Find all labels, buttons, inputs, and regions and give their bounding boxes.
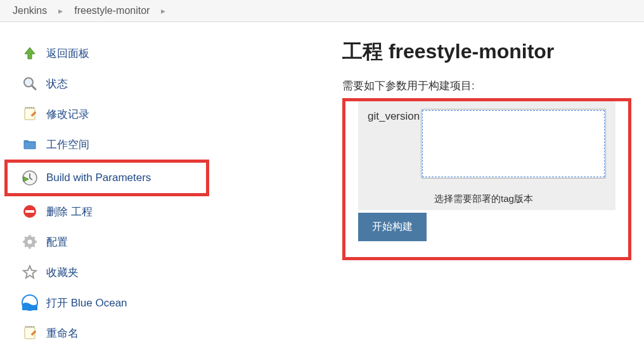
clock-play-icon xyxy=(21,169,39,187)
up-arrow-icon xyxy=(21,44,39,62)
sidebar-item-rename[interactable]: 重命名 xyxy=(16,318,209,348)
folder-icon xyxy=(21,135,39,153)
chevron-right-icon: ▸ xyxy=(58,6,63,16)
svg-rect-5 xyxy=(25,210,34,213)
sidebar-item-label: 配置 xyxy=(46,235,68,249)
no-entry-icon xyxy=(21,203,39,220)
content-area: 工程 freestyle-monitor 需要如下参数用于构建项目: git_v… xyxy=(209,38,644,348)
sidebar-item-label: 删除 工程 xyxy=(46,204,93,219)
sidebar-item-label: 收藏夹 xyxy=(46,265,79,280)
blue-ocean-icon xyxy=(21,294,39,311)
param-row: git_version xyxy=(358,101,615,187)
svg-rect-9 xyxy=(29,246,31,249)
svg-rect-8 xyxy=(29,235,31,237)
svg-point-7 xyxy=(28,240,32,244)
sidebar-item-workspace[interactable]: 工作空间 xyxy=(16,129,209,160)
svg-rect-11 xyxy=(34,241,37,243)
sidebar-item-configure[interactable]: 配置 xyxy=(16,227,209,257)
sidebar-item-label: 打开 Blue Ocean xyxy=(46,296,127,310)
svg-line-1 xyxy=(32,85,35,89)
page-title: 工程 freestyle-monitor xyxy=(342,38,631,66)
sidebar-item-favorite[interactable]: 收藏夹 xyxy=(16,257,209,287)
sidebar-item-label: Build with Parameters xyxy=(46,172,151,184)
breadcrumb-project[interactable]: freestyle-monitor xyxy=(74,5,150,16)
breadcrumb: Jenkins ▸ freestyle-monitor ▸ xyxy=(0,0,644,22)
sidebar-item-label: 返回面板 xyxy=(46,46,89,61)
git-version-select[interactable] xyxy=(421,109,606,179)
sidebar-item-delete[interactable]: 删除 工程 xyxy=(16,196,209,227)
sidebar-item-blue-ocean[interactable]: 打开 Blue Ocean xyxy=(16,287,209,318)
sidebar-item-status[interactable]: 状态 xyxy=(16,68,209,99)
sidebar-item-label: 工作空间 xyxy=(46,137,89,152)
sidebar: 返回面板 状态 修改记录 工作空间 Build w xyxy=(0,38,209,348)
sidebar-item-build-params[interactable]: Build with Parameters xyxy=(16,163,206,193)
breadcrumb-jenkins[interactable]: Jenkins xyxy=(13,5,47,16)
sidebar-item-label: 状态 xyxy=(46,77,68,91)
param-help-text: 选择需要部署的tag版本 xyxy=(358,187,615,210)
chevron-right-icon: ▸ xyxy=(161,6,165,16)
notepad-edit-icon xyxy=(21,324,39,342)
sidebar-item-changes[interactable]: 修改记录 xyxy=(16,99,209,129)
star-icon xyxy=(21,263,39,281)
highlight-annotation-params: git_version 选择需要部署的tag版本 开始构建 xyxy=(342,98,631,260)
subtitle-text: 需要如下参数用于构建项目: xyxy=(342,79,631,93)
gear-icon xyxy=(21,233,39,251)
highlight-annotation: Build with Parameters xyxy=(4,160,209,196)
param-label: git_version xyxy=(368,109,420,123)
svg-rect-10 xyxy=(23,241,25,243)
search-icon xyxy=(21,75,39,92)
build-button[interactable]: 开始构建 xyxy=(358,213,427,241)
sidebar-item-label: 修改记录 xyxy=(46,107,89,122)
notepad-icon xyxy=(21,105,39,123)
sidebar-item-back[interactable]: 返回面板 xyxy=(16,38,209,68)
sidebar-item-label: 重命名 xyxy=(46,326,79,341)
